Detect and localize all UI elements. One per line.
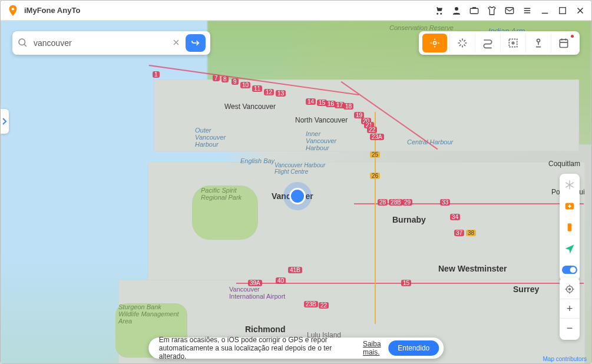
gps-toggle-icon[interactable] xyxy=(562,262,577,277)
search-icon xyxy=(17,37,28,49)
two-spot-mode-button[interactable] xyxy=(449,34,475,52)
notification-dot-icon xyxy=(571,35,574,38)
mail-icon[interactable] xyxy=(504,5,515,16)
route-26: 26 xyxy=(370,173,380,179)
svg-rect-10 xyxy=(560,39,567,47)
toast-learn-more-link[interactable]: Saiba mais. xyxy=(363,340,382,356)
label-pacific-spirit: Pacific Spirit Regional Park xyxy=(201,187,254,201)
side-tools xyxy=(560,174,580,281)
svg-point-6 xyxy=(434,42,436,45)
route-18: 18 xyxy=(343,103,353,110)
label-outer-harbour: Outer Vancouver Harbour xyxy=(195,127,242,148)
svg-rect-4 xyxy=(560,7,566,14)
mode-toolbar xyxy=(419,31,580,55)
menu-icon[interactable] xyxy=(522,5,533,16)
route-23B: 23B xyxy=(304,301,318,307)
joystick-mode-button[interactable] xyxy=(525,34,551,52)
svg-rect-12 xyxy=(568,223,572,231)
route-10: 10 xyxy=(240,82,250,88)
svg-rect-2 xyxy=(470,8,478,14)
route-13: 13 xyxy=(276,90,286,97)
multi-spot-mode-button[interactable] xyxy=(475,34,500,52)
route-15b: 15 xyxy=(401,280,411,286)
label-airport: Vancouver International Airport xyxy=(229,286,294,300)
cooldown-icon[interactable] xyxy=(562,177,577,193)
search-go-button[interactable] xyxy=(186,34,206,52)
route-1: 1 xyxy=(153,71,160,78)
route-9: 9 xyxy=(231,78,239,85)
route-28B: 28B xyxy=(389,199,403,206)
titlebar-actions xyxy=(434,5,586,16)
locate-me-button[interactable] xyxy=(560,280,580,299)
expand-sidebar-tab[interactable] xyxy=(1,109,9,134)
city-west-vancouver: West Vancouver xyxy=(224,102,276,111)
toast-ok-button[interactable]: Entendido xyxy=(388,340,439,356)
route-11: 11 xyxy=(252,85,262,92)
virtual-location-icon[interactable] xyxy=(562,241,577,256)
titlebar: iMyFone AnyTo xyxy=(1,1,591,21)
city-new-westminster: New Westminster xyxy=(438,264,507,273)
label-conservation-reserve: Conservation Reserve xyxy=(389,24,454,31)
label-inner-harbour: Inner Vancouver Harbour xyxy=(306,130,353,151)
svg-point-5 xyxy=(19,39,25,45)
jump-teleport-button[interactable] xyxy=(500,34,525,52)
route-28: 28 xyxy=(378,199,388,206)
cart-icon[interactable] xyxy=(434,5,444,16)
app-title: iMyFone AnyTo xyxy=(24,6,80,15)
route-25: 25 xyxy=(370,151,380,158)
search-box xyxy=(12,31,210,55)
svg-point-16 xyxy=(569,289,571,290)
app-logo-icon xyxy=(6,4,19,17)
svg-point-1 xyxy=(455,7,458,11)
zoom-tools: + − xyxy=(560,277,580,340)
route-33: 33 xyxy=(440,199,450,206)
minimize-icon[interactable] xyxy=(540,5,550,16)
route-22b: 22 xyxy=(319,302,329,309)
route-40: 40 xyxy=(276,277,286,284)
svg-point-0 xyxy=(12,7,15,10)
zoom-out-button[interactable]: − xyxy=(560,318,580,337)
health-kit-icon[interactable] xyxy=(562,198,577,214)
route-41B: 41B xyxy=(288,267,302,273)
zoom-in-button[interactable]: + xyxy=(560,299,580,318)
svg-rect-7 xyxy=(509,39,517,47)
svg-point-9 xyxy=(537,39,540,42)
map-attribution[interactable]: Map contributors xyxy=(543,356,587,362)
route-34: 34 xyxy=(450,214,460,220)
briefcase-icon[interactable] xyxy=(469,5,479,16)
label-central-harbour: Central Harbour xyxy=(407,138,454,145)
route-37: 37 xyxy=(454,230,464,236)
city-north-vancouver: North Vancouver xyxy=(295,116,348,124)
search-input[interactable] xyxy=(32,38,167,48)
account-icon[interactable] xyxy=(451,5,462,16)
city-burnaby: Burnaby xyxy=(392,215,426,224)
info-toast: Em raras ocasiões, o iOS pode corrigir o… xyxy=(148,337,444,359)
app-window: iMyFone AnyTo 1 7 8 9 xyxy=(0,0,592,364)
map-canvas[interactable]: 1 7 8 9 10 11 12 13 14 15 16 17 18 19 20… xyxy=(1,21,591,363)
route-12: 12 xyxy=(264,89,274,95)
route-23A: 23A xyxy=(370,134,384,140)
route-8: 8 xyxy=(221,76,229,82)
close-icon[interactable] xyxy=(575,5,586,16)
maximize-icon[interactable] xyxy=(557,5,568,16)
svg-point-8 xyxy=(512,42,514,44)
route-14: 14 xyxy=(306,98,316,105)
city-richmond: Richmond xyxy=(245,325,285,334)
svg-point-14 xyxy=(570,267,576,273)
shirt-icon[interactable] xyxy=(487,5,497,16)
label-sturgeon: Sturgeon Bank Wildlife Management Area xyxy=(118,303,183,325)
route-22: 22 xyxy=(367,127,377,133)
speed-setting-icon[interactable] xyxy=(562,220,577,235)
city-surrey: Surrey xyxy=(513,284,539,294)
route-29: 29 xyxy=(402,199,412,206)
teleport-mode-button[interactable] xyxy=(422,34,447,52)
city-coquitlam: Coquitlam xyxy=(548,160,580,168)
current-location-marker xyxy=(289,188,306,204)
label-english-bay: English Bay xyxy=(240,157,276,164)
toast-text: Em raras ocasiões, o iOS pode corrigir o… xyxy=(159,336,357,360)
label-harbour-centre: Vancouver Harbour Flight Centre xyxy=(274,162,328,175)
route-38: 38 xyxy=(466,230,476,236)
clear-search-icon[interactable] xyxy=(171,38,181,49)
route-7: 7 xyxy=(213,75,220,81)
hwy-y xyxy=(375,112,376,324)
